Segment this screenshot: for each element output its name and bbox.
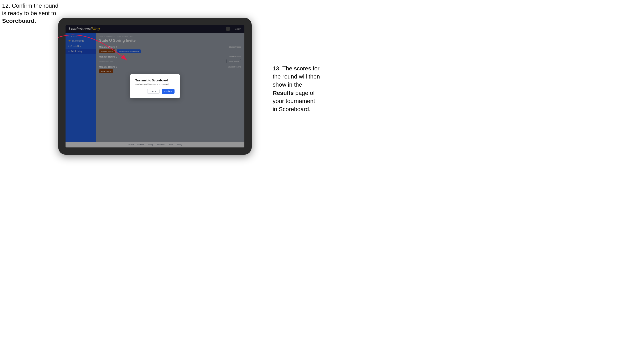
annotation-top: 12. Confirm the round is ready to be sen…	[2, 2, 58, 25]
modal-buttons: Cancel Confirm	[136, 89, 174, 94]
modal-cancel-button[interactable]: Cancel	[147, 89, 159, 94]
tablet-device: LeaderboardKing → Sign In MAIN MENU 🏆 To…	[58, 18, 252, 155]
tablet-screen: LeaderboardKing → Sign In MAIN MENU 🏆 To…	[66, 25, 244, 148]
transmit-modal: Transmit to Scoreboard Ready to send thi…	[130, 74, 180, 98]
modal-overlay: Transmit to Scoreboard Ready to send thi…	[66, 25, 244, 148]
modal-subtitle: Ready to send this round to Scoreboard?	[136, 83, 174, 85]
modal-title: Transmit to Scoreboard	[136, 79, 174, 82]
modal-confirm-button[interactable]: Confirm	[162, 89, 175, 94]
annotation-right: 13. The scores forthe round will thensho…	[273, 64, 320, 113]
